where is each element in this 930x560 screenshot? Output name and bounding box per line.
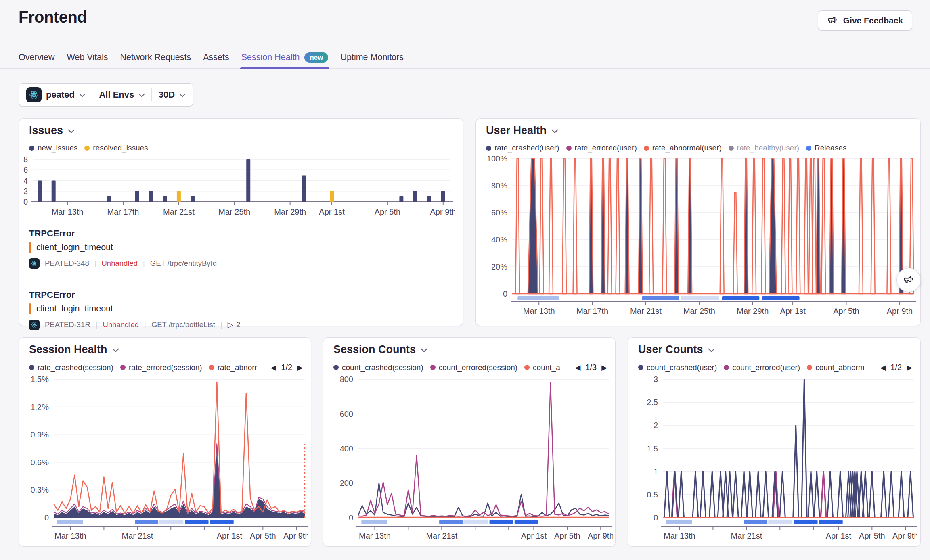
svg-text:0.6%: 0.6% (30, 458, 49, 467)
issue-type[interactable]: TRPCError (29, 228, 75, 239)
project-filter-value: peated (46, 90, 75, 100)
issue-meta-row: PEATED-348|Unhandled|GET /trpc/entityByI… (29, 258, 217, 269)
tab-web-vitals[interactable]: Web Vitals (67, 47, 108, 68)
svg-text:6: 6 (23, 165, 28, 174)
pager-next-icon[interactable]: ▶ (601, 364, 607, 371)
svg-text:Apr 5th: Apr 5th (859, 531, 885, 540)
chevron-down-icon (79, 93, 86, 98)
svg-text:1.2%: 1.2% (30, 403, 49, 412)
svg-text:Mar 21st: Mar 21st (426, 531, 457, 540)
legend-dot-icon (638, 365, 643, 370)
legend-item-new-issues[interactable]: new_issues (29, 144, 78, 153)
legend-item-resolved-issues[interactable]: resolved_issues (84, 144, 148, 153)
play-icon: ▷ (228, 320, 233, 329)
legend-item-rate-crashed-session-[interactable]: rate_crashed(session) (29, 363, 113, 372)
legend-label: count_errored(user) (732, 363, 800, 372)
svg-text:2: 2 (654, 421, 658, 430)
legend-dot-icon (209, 365, 214, 370)
issues-card-title: Issues (29, 124, 75, 137)
legend-label: resolved_issues (93, 144, 148, 153)
divider: | (220, 320, 222, 329)
issue-meta-row: PEATED-31R|Unhandled|GET /trpc/bottleLis… (29, 320, 240, 330)
floating-feedback-button[interactable] (896, 268, 921, 292)
issue-replay-count[interactable]: ▷2 (228, 320, 241, 329)
project-filter[interactable]: peated (26, 87, 86, 102)
svg-text:Apr 1st: Apr 1st (319, 207, 345, 216)
user-health-card-title: User Health (486, 124, 558, 137)
issue-transaction: GET /trpc/bottleList (151, 320, 215, 329)
svg-text:1.5%: 1.5% (30, 375, 49, 384)
pager-count: 1/3 (585, 363, 597, 372)
new-badge: new (304, 52, 328, 63)
svg-text:Apr 9th: Apr 9th (588, 531, 613, 540)
pager-prev-icon[interactable]: ◀ (271, 364, 276, 371)
pager-count: 1/2 (281, 363, 292, 372)
tab-uptime-monitors[interactable]: Uptime Monitors (340, 47, 404, 68)
legend-item-rate-errored-session-[interactable]: rate_errored(session) (120, 363, 202, 372)
pager-next-icon[interactable]: ▶ (907, 364, 912, 371)
issue-message-row[interactable]: client_login_timeout (29, 303, 113, 314)
svg-text:Apr 9th: Apr 9th (892, 531, 917, 540)
tab-network-requests[interactable]: Network Requests (120, 47, 191, 68)
tab-overview[interactable]: Overview (19, 47, 55, 68)
legend-item-count-crashed-user-[interactable]: count_crashed(user) (638, 363, 717, 372)
legend-dot-icon (29, 365, 34, 370)
svg-text:Mar 17th: Mar 17th (107, 207, 139, 216)
card-title-label: User Health (486, 124, 547, 137)
legend-item-rate-errored-user-[interactable]: rate_errored(user) (566, 144, 637, 153)
issue-type[interactable]: TRPCError (29, 290, 75, 300)
tab-assets[interactable]: Assets (203, 47, 229, 68)
card-title-label: Issues (29, 124, 63, 137)
session-counts-legend: count_crashed(session)count_errored(sess… (333, 363, 607, 372)
svg-text:Mar 29th: Mar 29th (737, 307, 769, 316)
issue-transaction: GET /trpc/entityById (150, 259, 217, 268)
chevron-down-icon[interactable] (708, 348, 715, 353)
svg-text:100%: 100% (487, 154, 507, 163)
tab-bar: OverviewWeb VitalsNetwork RequestsAssets… (0, 47, 930, 69)
environment-filter[interactable]: All Envs (99, 90, 145, 100)
legend-dot-icon (84, 146, 90, 151)
legend-item-rate-abnorr[interactable]: rate_abnorr (209, 363, 257, 372)
pager-next-icon[interactable]: ▶ (297, 364, 303, 371)
svg-text:Mar 21st: Mar 21st (121, 531, 153, 540)
tab-label: Network Requests (120, 52, 191, 63)
legend-dot-icon (430, 365, 436, 370)
legend-label: rate_errored(user) (575, 144, 637, 153)
tab-session-health[interactable]: Session Healthnew (241, 47, 329, 68)
legend-item-Releases[interactable]: Releases (806, 144, 846, 153)
svg-text:Mar 13th: Mar 13th (359, 531, 391, 540)
chevron-down-icon[interactable] (112, 348, 119, 353)
pager-prev-icon[interactable]: ◀ (880, 364, 886, 371)
legend-item-count-errored-session-[interactable]: count_errored(session) (430, 363, 517, 372)
legend-item-count-crashed-session-[interactable]: count_crashed(session) (333, 363, 423, 372)
issue-message-row[interactable]: client_login_timeout (29, 242, 113, 253)
svg-text:0: 0 (349, 513, 353, 522)
svg-text:600: 600 (340, 410, 353, 418)
chevron-down-icon (138, 93, 145, 98)
tab-label: Assets (203, 52, 229, 63)
svg-text:0.5: 0.5 (647, 490, 658, 499)
legend-item-rate-crashed-user-[interactable]: rate_crashed(user) (486, 144, 559, 153)
issue-level-bar (29, 303, 31, 314)
legend-item-count-abnorm[interactable]: count_abnorm (807, 363, 864, 372)
legend-dot-icon (486, 146, 491, 151)
chevron-down-icon[interactable] (68, 129, 75, 134)
svg-text:1: 1 (654, 467, 658, 476)
chevron-down-icon[interactable] (551, 129, 558, 134)
date-range-filter[interactable]: 30D (159, 90, 186, 100)
legend-item-count-errored-user-[interactable]: count_errored(user) (724, 363, 800, 372)
give-feedback-button[interactable]: Give Feedback (818, 10, 912, 31)
legend-label: new_issues (38, 144, 78, 153)
legend-item-rate-healthy-user-[interactable]: rate_healthy(user) (729, 144, 799, 153)
legend-pager: ◀1/2▶ (880, 363, 913, 372)
legend-item-rate-abnormal-user-[interactable]: rate_abnormal(user) (644, 144, 722, 153)
legend-label: rate_abnormal(user) (652, 144, 722, 153)
user-health-card: User Health rate_crashed(user)rate_error… (475, 118, 921, 326)
environment-filter-value: All Envs (99, 90, 134, 100)
chevron-down-icon (179, 93, 186, 98)
chevron-down-icon[interactable] (421, 348, 427, 353)
pager-prev-icon[interactable]: ◀ (575, 364, 581, 371)
legend-item-count-a[interactable]: count_a (524, 363, 560, 372)
user-health-legend: rate_crashed(user)rate_errored(user)rate… (486, 144, 912, 153)
svg-text:0.3%: 0.3% (30, 485, 49, 494)
